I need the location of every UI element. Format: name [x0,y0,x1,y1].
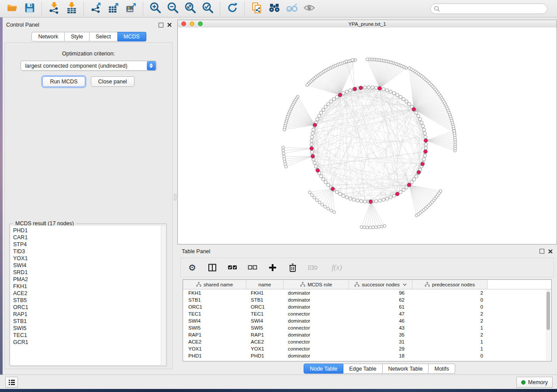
delete-column-button[interactable] [287,262,298,273]
table-cell: 43 [349,325,412,330]
mcds-result-item[interactable]: ACE2 [13,290,166,297]
open-folder-icon [7,2,18,15]
network-window-titlebar[interactable]: YPA_prune.txt_1 [178,20,557,28]
duplicate-network-button[interactable] [248,1,266,16]
tab-select[interactable]: Select [90,32,118,41]
maximize-window-icon[interactable] [198,21,203,26]
table-cell: YOX1 [246,346,284,351]
close-panel-icon[interactable] [167,23,172,27]
scrollbar-thumb[interactable] [547,292,550,330]
table-cell: SWI5 [183,325,246,330]
table-row[interactable]: ACE2ACE2connector311 [183,338,551,345]
export-table-button[interactable] [105,1,122,16]
mcds-result-item[interactable]: STP4 [13,241,166,248]
column-header-shared-name[interactable]: shared name [183,280,246,289]
zoom-in-icon [149,1,162,16]
tab-style[interactable]: Style [65,32,90,41]
close-panel-icon[interactable] [548,249,553,254]
table-row[interactable]: SWI4SWI4dominator462 [183,317,551,324]
mcds-result-item[interactable]: TID3 [13,248,166,255]
tab-motifs[interactable]: Motifs [429,364,455,374]
table-row[interactable]: ORC1ORC1dominator610 [183,303,551,310]
mcds-result-item[interactable]: FKH1 [13,283,166,290]
select-all-button[interactable] [227,262,238,273]
control-panel-title: Control Panel [6,22,39,28]
tab-network-table[interactable]: Network Table [383,364,429,374]
refresh-view-button[interactable] [224,1,241,16]
table-row[interactable]: YOX1YOX1connector291 [183,345,551,352]
mcds-result-scrollbar[interactable] [161,226,166,365]
table-cell: 0 [412,353,488,358]
column-header-predecessor-nodes[interactable]: predecessor nodes [412,280,488,289]
table-row[interactable]: STB1STB1dominator620 [183,296,551,303]
mcds-result-item[interactable]: SWI4 [13,262,166,269]
column-header-successor-nodes[interactable]: successor nodes [349,280,412,289]
table-toolbar: ⚙ f(x) [180,258,554,277]
vertical-splitter-handle[interactable] [174,194,176,200]
table-scrollbar[interactable] [546,289,551,361]
table-row[interactable]: PHD1PHD1dominator180 [183,352,551,359]
tab-edge-table[interactable]: Edge Table [343,364,382,374]
table-cell: ACE2 [246,339,284,344]
import-network-button[interactable] [45,1,63,16]
deselect-all-button[interactable] [247,262,258,273]
search-input[interactable] [430,3,547,14]
network-canvas[interactable] [178,28,557,244]
table-row[interactable]: RAP1RAP1dominator352 [183,331,551,338]
hide-selected-button[interactable] [283,1,301,16]
run-mcds-button[interactable]: Run MCDS [42,76,85,87]
mcds-result-item[interactable]: TEC1 [13,332,166,339]
column-header-name[interactable]: name [246,280,284,289]
table-row[interactable]: FKH1FKH1dominator962 [183,289,551,296]
table-cell: 29 [349,346,412,351]
mcds-result-item[interactable]: SRD1 [13,269,166,276]
export-image-button[interactable] [122,1,140,16]
show-columns-button[interactable] [207,262,218,273]
mcds-result-item[interactable]: STB5 [13,297,166,304]
node-table[interactable]: shared name name MCDS role successor nod… [183,279,552,361]
zoom-selected-button[interactable] [199,1,217,16]
close-panel-button[interactable]: Close panel [91,76,135,87]
tab-mcds[interactable]: MCDS [118,32,146,41]
close-window-icon[interactable] [181,21,186,26]
zoom-in-button[interactable] [147,1,164,16]
mcds-result-item[interactable]: SWI5 [13,325,166,332]
mcds-result-item[interactable]: PHD1 [13,227,166,234]
mcds-result-item[interactable]: CAR1 [13,234,166,241]
mcds-result-item[interactable]: YOX1 [13,255,166,262]
first-neighbors-button[interactable] [266,1,283,16]
mcds-result-item[interactable]: ORC1 [13,304,166,311]
table-cell: TEC1 [183,311,246,316]
float-window-icon[interactable] [540,249,544,254]
mcds-result-item[interactable]: GCR1 [13,339,166,346]
import-table-button[interactable] [63,1,80,16]
mcds-result-list[interactable]: PHD1CAR1STP4TID3YOX1SWI4SRD1PMA2FKH1ACE2… [10,226,166,365]
add-column-button[interactable] [267,262,278,273]
tab-node-table[interactable]: Node Table [304,364,343,374]
zoom-fit-button[interactable] [182,1,199,16]
table-row[interactable]: TEC1TEC1connector472 [183,310,551,317]
export-network-button[interactable] [87,1,105,16]
table-cell: dominator [284,353,349,358]
mcds-result-item[interactable]: STB1 [13,318,166,325]
table-settings-button[interactable]: ⚙ [187,262,197,273]
table-row[interactable]: SWI5SWI5connector431 [183,324,551,331]
show-panels-button[interactable] [5,377,18,388]
export-table-icon [107,2,120,16]
float-window-icon[interactable] [159,23,163,28]
application-window: Control Panel Network Style Select MCDS … [0,0,557,392]
memory-button[interactable]: Memory [516,377,553,388]
mcds-result-item[interactable]: RAP1 [13,311,166,318]
criterion-dropdown[interactable]: largest connected component (undirected) [21,61,157,71]
function-builder-disabled: f(x) [328,262,346,273]
minimize-window-icon[interactable] [190,21,194,26]
table-cell: RAP1 [183,332,246,337]
save-session-button[interactable] [21,1,38,16]
show-all-button[interactable] [301,1,318,16]
open-file-button[interactable] [3,1,21,16]
zoom-out-button[interactable] [164,1,182,16]
mcds-result-item[interactable]: PMA2 [13,276,166,283]
gear-icon: ⚙ [188,263,196,272]
column-header-mcds-role[interactable]: MCDS role [284,280,349,289]
tab-network[interactable]: Network [31,32,65,41]
